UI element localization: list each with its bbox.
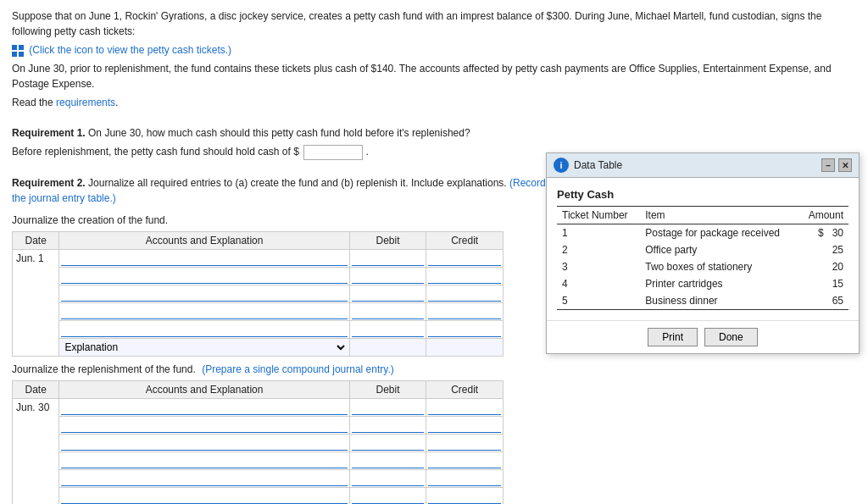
debit-cell[interactable]: [349, 249, 426, 267]
credit-input[interactable]: [428, 304, 501, 319]
table-row: [13, 285, 504, 302]
acct-cell[interactable]: [59, 302, 349, 320]
table-row: Jun. 30: [13, 398, 504, 416]
acct-cell[interactable]: [59, 320, 349, 338]
close-button[interactable]: ✕: [838, 158, 852, 172]
ticket-num: 2: [557, 241, 640, 258]
intro-line2: (Click the icon to view the petty cash t…: [12, 42, 856, 58]
ticket-num: 4: [557, 275, 640, 292]
credit-input[interactable]: [428, 453, 501, 468]
credit-cell[interactable]: [426, 267, 504, 285]
ticket-num: 5: [557, 292, 640, 310]
table-row: [13, 320, 504, 338]
item-amount: 65: [798, 292, 849, 310]
debit-input[interactable]: [352, 286, 425, 302]
explanation-row: Explanation: [13, 338, 504, 356]
item-amount: 25: [798, 241, 849, 258]
done-button[interactable]: Done: [704, 328, 758, 346]
intro-line3: On June 30, prior to replenishment, the …: [12, 61, 856, 91]
acct-cell[interactable]: [59, 249, 349, 267]
col-acct-1: Accounts and Explanation: [59, 231, 349, 249]
credit-cell[interactable]: [426, 302, 504, 320]
credit-cell[interactable]: [426, 249, 504, 267]
item-amount: $ 30: [798, 224, 849, 242]
acct-input[interactable]: [61, 286, 347, 302]
table-row: [13, 416, 504, 434]
popup-title: Data Table: [574, 159, 622, 171]
debit-input[interactable]: [352, 489, 425, 504]
popup-header-right[interactable]: – ✕: [821, 158, 852, 172]
acct-input[interactable]: [61, 304, 347, 319]
petty-cash-table: Ticket Number Item Amount 1 Postage for …: [557, 206, 849, 310]
debit-input[interactable]: [352, 471, 425, 486]
debit-input[interactable]: [352, 251, 425, 266]
credit-cell[interactable]: [426, 320, 504, 338]
col-date-1: Date: [13, 231, 59, 249]
acct-input[interactable]: [61, 269, 347, 284]
svg-rect-2: [12, 52, 17, 57]
debit-input[interactable]: [352, 269, 425, 284]
debit-cell[interactable]: [349, 302, 426, 320]
debit-cell[interactable]: [349, 320, 426, 338]
acct-input[interactable]: [61, 471, 347, 486]
col-acct-2: Accounts and Explanation: [59, 380, 349, 398]
table-row: [13, 451, 504, 469]
req1-text: Requirement 1. On June 30, how much cash…: [12, 125, 856, 141]
minimize-button[interactable]: –: [821, 158, 835, 172]
journal-table-creation: Date Accounts and Explanation Debit Cred…: [12, 231, 504, 357]
item-desc: Business dinner: [640, 292, 798, 310]
credit-input[interactable]: [428, 418, 501, 433]
credit-input[interactable]: [428, 286, 501, 302]
svg-rect-0: [12, 45, 17, 50]
table-row: [13, 267, 504, 285]
acct-input[interactable]: [61, 489, 347, 504]
list-item: 4 Printer cartridges 15: [557, 275, 849, 292]
explanation-select[interactable]: Explanation: [61, 340, 347, 355]
replenishment-title: Journalize the replenishment of the fund…: [12, 362, 856, 377]
acct-input[interactable]: [61, 453, 347, 468]
table-row: Jun. 1: [13, 249, 504, 267]
data-table-popup: i Data Table – ✕ Petty Cash Ticket Numbe…: [546, 152, 860, 354]
credit-input[interactable]: [428, 269, 501, 284]
acct-cell[interactable]: [59, 267, 349, 285]
debit-input[interactable]: [352, 322, 425, 337]
petty-cash-tickets-link[interactable]: (Click the icon to view the petty cash t…: [29, 44, 231, 56]
acct-input[interactable]: [61, 322, 347, 337]
item-desc: Printer cartridges: [640, 275, 798, 292]
table-row: [13, 434, 504, 451]
acct-input[interactable]: [61, 400, 347, 415]
table-row: [13, 487, 504, 504]
date-cell-1: Jun. 1: [13, 249, 59, 356]
credit-input[interactable]: [428, 251, 501, 266]
item-desc: Two boxes of stationery: [640, 258, 798, 275]
col-debit-1: Debit: [349, 231, 426, 249]
explanation-cell[interactable]: Explanation: [59, 338, 349, 356]
popup-body: Petty Cash Ticket Number Item Amount 1 P…: [547, 178, 859, 320]
debit-input[interactable]: [352, 304, 425, 319]
acct-input[interactable]: [61, 435, 347, 451]
credit-input[interactable]: [428, 322, 501, 337]
credit-cell[interactable]: [426, 285, 504, 302]
credit-input[interactable]: [428, 471, 501, 486]
intro-line4: Read the requirements.: [12, 95, 856, 110]
ticket-num: 1: [557, 224, 640, 242]
credit-cell: [426, 338, 504, 356]
acct-input[interactable]: [61, 251, 347, 266]
credit-input[interactable]: [428, 435, 501, 451]
credit-input[interactable]: [428, 489, 501, 504]
debit-input[interactable]: [352, 418, 425, 433]
table-row: [13, 302, 504, 320]
debit-input[interactable]: [352, 453, 425, 468]
item-desc: Office party: [640, 241, 798, 258]
debit-input[interactable]: [352, 435, 425, 451]
acct-input[interactable]: [61, 418, 347, 433]
table-row: [13, 469, 504, 487]
item-desc: Postage for package received: [640, 224, 798, 242]
debit-input[interactable]: [352, 400, 425, 415]
print-button[interactable]: Print: [648, 328, 698, 346]
requirements-link[interactable]: requirements: [56, 97, 115, 108]
credit-input[interactable]: [428, 400, 501, 415]
acct-cell[interactable]: [59, 285, 349, 302]
debit-cell[interactable]: [349, 267, 426, 285]
debit-cell[interactable]: [349, 285, 426, 302]
